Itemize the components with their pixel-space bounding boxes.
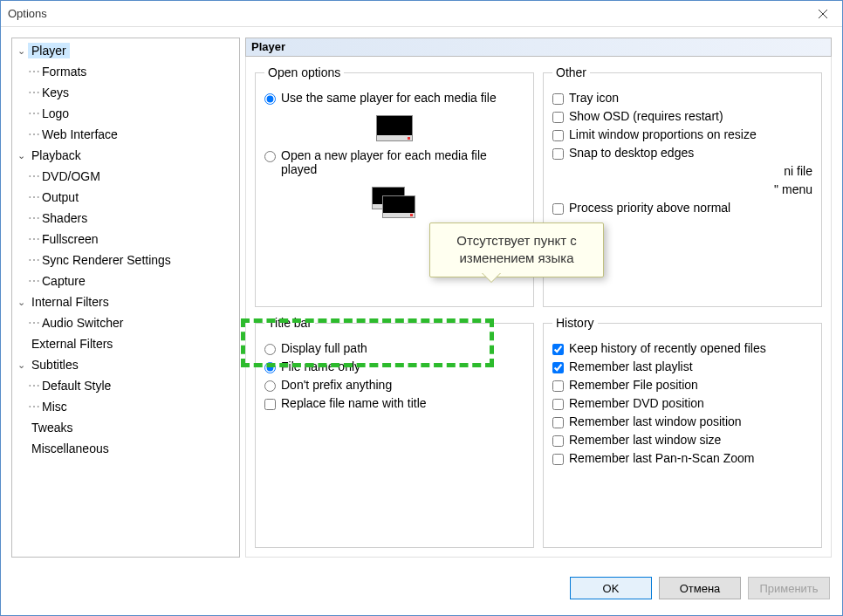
check-keep-history[interactable]: Keep history of recently opened files [552,341,812,355]
check-remember-dvd-pos[interactable]: Remember DVD position [552,396,812,410]
caret-icon: ⌄ [17,150,28,161]
tree-branch-icon: ⋯ [28,106,38,120]
tree-item-label: Logo [38,106,72,121]
tree-branch-icon: ⋯ [28,253,38,267]
tree-item-internal-filters[interactable]: ⌄Internal Filters [12,291,239,312]
tree-item-audio-switcher[interactable]: ⋯Audio Switcher [12,312,239,333]
apply-button[interactable]: Применить [748,577,830,599]
tree-item-label: Internal Filters [28,294,113,310]
nav-tree[interactable]: ⌄Player⋯Formats⋯Keys⋯Logo⋯Web Interface⌄… [11,38,240,558]
check-ini-file[interactable]: ni file [552,164,812,178]
close-icon [818,9,828,19]
tree-item-label: Playback [28,147,85,163]
check-remember-pan-zoom[interactable]: Remember last Pan-n-Scan Zoom [552,451,812,465]
tree-branch-icon: ⋯ [28,190,38,204]
tree-item-label: Subtitles [28,357,82,373]
check-snap-edges[interactable]: Snap to desktop edges [552,146,812,160]
caret-icon: ⌄ [17,297,28,308]
tree-item-playback[interactable]: ⌄Playback [12,145,239,166]
radio-no-prefix[interactable]: Don't prefix anything [264,378,524,392]
tree-item-label: Shaders [38,210,91,226]
tree-item-logo[interactable]: ⋯Logo [12,103,239,124]
tree-branch-icon: ⋯ [28,65,38,79]
check-remember-playlist[interactable]: Remember last playlist [552,359,812,373]
tree-item-external-filters[interactable]: External Filters [12,333,239,354]
check-priority[interactable]: Process priority above normal [552,201,812,215]
tree-item-label: Player [28,43,70,58]
radio-full-path[interactable]: Display full path [264,341,524,355]
tree-item-player[interactable]: ⌄Player [12,40,239,61]
tree-item-default-style[interactable]: ⋯Default Style [12,375,239,396]
check-limit-proportions[interactable]: Limit window proportions on resize [552,127,812,141]
tree-item-label: Misc [38,399,71,414]
window-title: Options [8,7,47,20]
radio-same-player-input[interactable] [264,93,276,105]
tree-branch-icon: ⋯ [28,400,38,414]
check-remember-win-size[interactable]: Remember last window size [552,433,812,447]
cancel-button[interactable]: Отмена [659,577,741,599]
tree-item-label: Tweaks [28,420,76,435]
check-show-osd[interactable]: Show OSD (requires restart) [552,109,812,123]
tree-branch-icon: ⋯ [28,211,38,225]
other-legend: Other [552,65,590,79]
radio-new-player-label: Open a new player for each media file pl… [281,148,524,176]
tree-item-sync-renderer-settings[interactable]: ⋯Sync Renderer Settings [12,250,239,270]
tree-item-label: Keys [38,85,72,100]
tree-item-label: DVD/OGM [38,168,104,184]
tree-item-label: External Filters [28,336,116,352]
tree-item-tweaks[interactable]: Tweaks [12,417,239,438]
tree-item-label: Audio Switcher [38,315,127,331]
radio-new-player[interactable]: Open a new player for each media file pl… [264,148,524,176]
tree-item-output[interactable]: ⋯Output [12,187,239,208]
tree-item-formats[interactable]: ⋯Formats [12,61,239,82]
tree-branch-icon: ⋯ [28,127,38,141]
tree-item-label: Capture [38,273,89,289]
titlebar-group: Title bar Display full path File name on… [255,316,534,548]
history-legend: History [552,316,598,330]
tree-item-label: Sync Renderer Settings [38,252,175,268]
player-single-icon [376,115,413,141]
tree-item-miscellaneous[interactable]: Miscellaneous [12,438,239,459]
page-header: Player [245,38,832,57]
tree-item-keys[interactable]: ⋯Keys [12,82,239,103]
tree-item-label: Fullscreen [38,231,102,247]
tree-item-dvd-ogm[interactable]: ⋯DVD/OGM [12,166,239,187]
check-menu[interactable]: " menu [552,182,812,196]
check-replace-title[interactable]: Replace file name with title [264,396,524,410]
tree-item-label: Web Interface [38,127,121,142]
tree-item-web-interface[interactable]: ⋯Web Interface [12,124,239,145]
tree-branch-icon: ⋯ [28,379,38,393]
open-options-legend: Open options [264,65,344,79]
radio-file-name-only[interactable]: File name only [264,359,524,373]
caret-icon: ⌄ [17,45,28,57]
caret-icon: ⌄ [17,359,28,371]
tree-item-fullscreen[interactable]: ⋯Fullscreen [12,229,239,250]
tree-branch-icon: ⋯ [28,232,38,246]
ok-button[interactable]: OK [570,577,652,599]
tree-item-capture[interactable]: ⋯Capture [12,270,239,291]
tree-item-misc[interactable]: ⋯Misc [12,396,239,417]
tree-branch-icon: ⋯ [28,274,38,288]
titlebar-legend: Title bar [264,316,315,330]
player-multi-icon [372,187,417,222]
dialog-buttons: OK Отмена Применить [1,568,842,608]
check-tray-icon[interactable]: Tray icon [552,91,812,105]
check-remember-win-pos[interactable]: Remember last window position [552,414,812,428]
close-button[interactable] [803,1,842,26]
tree-branch-icon: ⋯ [28,169,38,183]
tree-branch-icon: ⋯ [28,316,38,330]
check-remember-file-pos[interactable]: Remember File position [552,378,812,392]
tree-item-label: Output [38,189,82,205]
tree-item-label: Formats [38,64,90,79]
tree-item-label: Miscellaneous [28,441,113,456]
tree-item-label: Default Style [38,378,114,394]
radio-new-player-input[interactable] [264,151,276,162]
titlebar: Options [1,1,842,27]
annotation-tooltip: Отсутствует пункт с изменением языка [429,222,604,277]
tree-item-subtitles[interactable]: ⌄Subtitles [12,354,239,375]
tree-branch-icon: ⋯ [28,86,38,99]
history-group: History Keep history of recently opened … [543,316,822,548]
radio-same-player-label: Use the same player for each media file [281,91,497,105]
tree-item-shaders[interactable]: ⋯Shaders [12,208,239,229]
radio-same-player[interactable]: Use the same player for each media file [264,91,524,105]
